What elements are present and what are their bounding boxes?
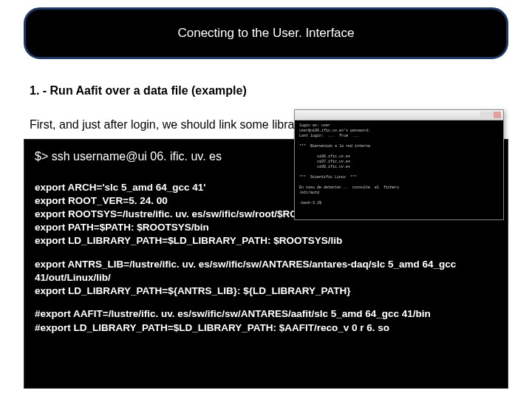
terminal-line: *** Scientific Linux *** [299,175,499,180]
code-line: #export AAFIT=/lustre/ific. uv. es/sw/if… [35,307,497,321]
terminal-screenshot: login as: user user@ui06.ific.uv.es's pa… [294,109,504,220]
terminal-line: En caso de detectar... consulte el fiche… [299,185,499,191]
code-line: #export LD_LIBRARY_PATH=$LD_LIBRARY_PATH… [35,321,497,335]
code-line: export LD_LIBRARY_PATH=${ANTRS_LIB}: ${L… [35,284,497,298]
title-banner: Conecting to the User. Interface [24,7,508,59]
intro-text: First, and just after login, we should l… [30,118,301,132]
terminal-line: login as: user [299,123,499,129]
terminal-titlebar [295,110,503,120]
terminal-line: ui06.ific.uv.es [299,154,499,160]
terminal-line: -bash-3.2$ [299,201,499,206]
code-line: export LD_LIBRARY_PATH=$LD_LIBRARY_PATH:… [35,234,497,248]
terminal-line: Last login: ... from ... [299,134,499,139]
terminal-line: ui08.ific.uv.es [299,165,499,170]
terminal-line: user@ui06.ific.uv.es's password: [299,129,499,134]
title-text: Conecting to the User. Interface [177,26,354,41]
code-line: export PATH=$PATH: $ROOTSYS/bin [35,221,497,234]
terminal-line: ui07.ific.uv.es [299,160,499,165]
terminal-line: /etc/motd [299,191,499,196]
terminal-line: *** Bienvenido a la red interna [299,144,499,149]
section-heading: 1. - Run Aafit over a data file (example… [30,84,247,98]
terminal-body: login as: user user@ui06.ific.uv.es's pa… [295,120,503,219]
code-line: export ANTRS_LIB=/lustre/ific. uv. es/sw… [35,258,497,284]
